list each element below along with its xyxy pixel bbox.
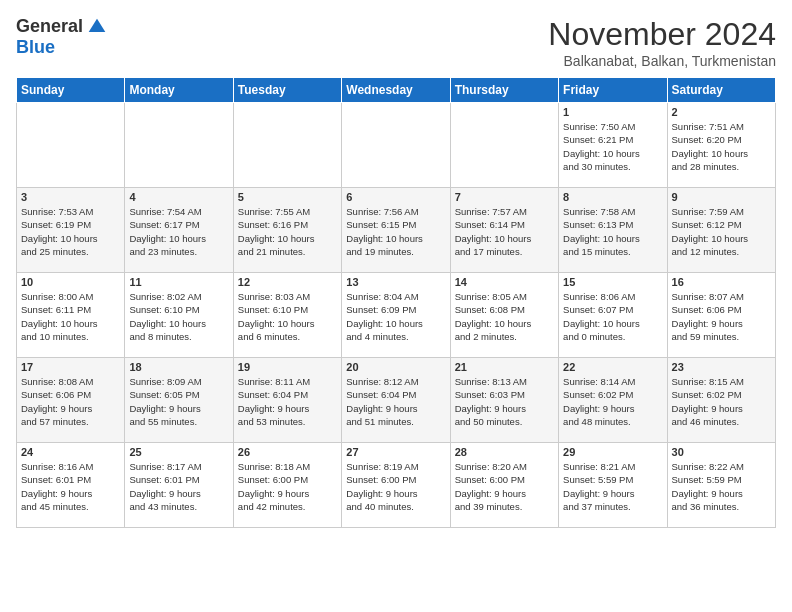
day-info: Sunrise: 8:04 AM Sunset: 6:09 PM Dayligh… [346, 290, 445, 343]
day-info: Sunrise: 8:03 AM Sunset: 6:10 PM Dayligh… [238, 290, 337, 343]
calendar-cell: 1Sunrise: 7:50 AM Sunset: 6:21 PM Daylig… [559, 103, 667, 188]
day-info: Sunrise: 8:11 AM Sunset: 6:04 PM Dayligh… [238, 375, 337, 428]
calendar-cell: 28Sunrise: 8:20 AM Sunset: 6:00 PM Dayli… [450, 443, 558, 528]
calendar-cell: 10Sunrise: 8:00 AM Sunset: 6:11 PM Dayli… [17, 273, 125, 358]
calendar-cell: 19Sunrise: 8:11 AM Sunset: 6:04 PM Dayli… [233, 358, 341, 443]
calendar-cell: 16Sunrise: 8:07 AM Sunset: 6:06 PM Dayli… [667, 273, 775, 358]
calendar-cell: 23Sunrise: 8:15 AM Sunset: 6:02 PM Dayli… [667, 358, 775, 443]
day-number: 24 [21, 446, 120, 458]
calendar-cell: 20Sunrise: 8:12 AM Sunset: 6:04 PM Dayli… [342, 358, 450, 443]
day-number: 20 [346, 361, 445, 373]
calendar-cell: 24Sunrise: 8:16 AM Sunset: 6:01 PM Dayli… [17, 443, 125, 528]
day-number: 14 [455, 276, 554, 288]
day-number: 2 [672, 106, 771, 118]
day-info: Sunrise: 7:50 AM Sunset: 6:21 PM Dayligh… [563, 120, 662, 173]
day-info: Sunrise: 8:06 AM Sunset: 6:07 PM Dayligh… [563, 290, 662, 343]
calendar-cell: 11Sunrise: 8:02 AM Sunset: 6:10 PM Dayli… [125, 273, 233, 358]
day-info: Sunrise: 8:07 AM Sunset: 6:06 PM Dayligh… [672, 290, 771, 343]
day-number: 11 [129, 276, 228, 288]
day-info: Sunrise: 8:22 AM Sunset: 5:59 PM Dayligh… [672, 460, 771, 513]
weekday-header-row: SundayMondayTuesdayWednesdayThursdayFrid… [17, 78, 776, 103]
day-number: 8 [563, 191, 662, 203]
day-number: 23 [672, 361, 771, 373]
month-title: November 2024 [548, 16, 776, 53]
day-number: 25 [129, 446, 228, 458]
day-number: 3 [21, 191, 120, 203]
day-info: Sunrise: 8:00 AM Sunset: 6:11 PM Dayligh… [21, 290, 120, 343]
day-number: 6 [346, 191, 445, 203]
calendar-cell: 7Sunrise: 7:57 AM Sunset: 6:14 PM Daylig… [450, 188, 558, 273]
day-number: 16 [672, 276, 771, 288]
weekday-header-friday: Friday [559, 78, 667, 103]
logo-general-text: General [16, 16, 83, 37]
weekday-header-saturday: Saturday [667, 78, 775, 103]
calendar-week-row: 10Sunrise: 8:00 AM Sunset: 6:11 PM Dayli… [17, 273, 776, 358]
calendar-week-row: 1Sunrise: 7:50 AM Sunset: 6:21 PM Daylig… [17, 103, 776, 188]
calendar-cell: 8Sunrise: 7:58 AM Sunset: 6:13 PM Daylig… [559, 188, 667, 273]
calendar-cell [233, 103, 341, 188]
calendar-cell: 14Sunrise: 8:05 AM Sunset: 6:08 PM Dayli… [450, 273, 558, 358]
logo: General Blue [16, 16, 107, 58]
title-area: November 2024 Balkanabat, Balkan, Turkme… [548, 16, 776, 69]
day-info: Sunrise: 7:54 AM Sunset: 6:17 PM Dayligh… [129, 205, 228, 258]
day-info: Sunrise: 8:02 AM Sunset: 6:10 PM Dayligh… [129, 290, 228, 343]
day-number: 17 [21, 361, 120, 373]
day-info: Sunrise: 7:57 AM Sunset: 6:14 PM Dayligh… [455, 205, 554, 258]
calendar-cell: 4Sunrise: 7:54 AM Sunset: 6:17 PM Daylig… [125, 188, 233, 273]
day-info: Sunrise: 7:51 AM Sunset: 6:20 PM Dayligh… [672, 120, 771, 173]
day-number: 13 [346, 276, 445, 288]
day-number: 12 [238, 276, 337, 288]
calendar-cell [342, 103, 450, 188]
day-number: 19 [238, 361, 337, 373]
weekday-header-monday: Monday [125, 78, 233, 103]
calendar-week-row: 3Sunrise: 7:53 AM Sunset: 6:19 PM Daylig… [17, 188, 776, 273]
day-number: 28 [455, 446, 554, 458]
calendar-week-row: 24Sunrise: 8:16 AM Sunset: 6:01 PM Dayli… [17, 443, 776, 528]
calendar-cell: 21Sunrise: 8:13 AM Sunset: 6:03 PM Dayli… [450, 358, 558, 443]
calendar-cell: 30Sunrise: 8:22 AM Sunset: 5:59 PM Dayli… [667, 443, 775, 528]
day-info: Sunrise: 8:09 AM Sunset: 6:05 PM Dayligh… [129, 375, 228, 428]
day-info: Sunrise: 8:05 AM Sunset: 6:08 PM Dayligh… [455, 290, 554, 343]
day-number: 27 [346, 446, 445, 458]
day-info: Sunrise: 8:12 AM Sunset: 6:04 PM Dayligh… [346, 375, 445, 428]
calendar-cell: 25Sunrise: 8:17 AM Sunset: 6:01 PM Dayli… [125, 443, 233, 528]
calendar-cell [125, 103, 233, 188]
day-number: 10 [21, 276, 120, 288]
day-info: Sunrise: 8:18 AM Sunset: 6:00 PM Dayligh… [238, 460, 337, 513]
day-info: Sunrise: 8:20 AM Sunset: 6:00 PM Dayligh… [455, 460, 554, 513]
day-info: Sunrise: 8:15 AM Sunset: 6:02 PM Dayligh… [672, 375, 771, 428]
calendar-body: 1Sunrise: 7:50 AM Sunset: 6:21 PM Daylig… [17, 103, 776, 528]
weekday-header-tuesday: Tuesday [233, 78, 341, 103]
day-number: 7 [455, 191, 554, 203]
day-info: Sunrise: 8:19 AM Sunset: 6:00 PM Dayligh… [346, 460, 445, 513]
day-info: Sunrise: 7:59 AM Sunset: 6:12 PM Dayligh… [672, 205, 771, 258]
logo-icon [87, 17, 107, 37]
weekday-header-sunday: Sunday [17, 78, 125, 103]
day-number: 4 [129, 191, 228, 203]
calendar-week-row: 17Sunrise: 8:08 AM Sunset: 6:06 PM Dayli… [17, 358, 776, 443]
calendar-cell: 12Sunrise: 8:03 AM Sunset: 6:10 PM Dayli… [233, 273, 341, 358]
calendar-cell [17, 103, 125, 188]
day-info: Sunrise: 7:55 AM Sunset: 6:16 PM Dayligh… [238, 205, 337, 258]
day-info: Sunrise: 8:14 AM Sunset: 6:02 PM Dayligh… [563, 375, 662, 428]
calendar-cell: 2Sunrise: 7:51 AM Sunset: 6:20 PM Daylig… [667, 103, 775, 188]
logo-blue-text: Blue [16, 37, 55, 58]
day-info: Sunrise: 7:53 AM Sunset: 6:19 PM Dayligh… [21, 205, 120, 258]
day-number: 22 [563, 361, 662, 373]
calendar-cell: 3Sunrise: 7:53 AM Sunset: 6:19 PM Daylig… [17, 188, 125, 273]
day-number: 30 [672, 446, 771, 458]
location-subtitle: Balkanabat, Balkan, Turkmenistan [548, 53, 776, 69]
day-info: Sunrise: 8:13 AM Sunset: 6:03 PM Dayligh… [455, 375, 554, 428]
calendar-cell: 17Sunrise: 8:08 AM Sunset: 6:06 PM Dayli… [17, 358, 125, 443]
calendar-cell: 6Sunrise: 7:56 AM Sunset: 6:15 PM Daylig… [342, 188, 450, 273]
calendar-cell [450, 103, 558, 188]
day-info: Sunrise: 7:56 AM Sunset: 6:15 PM Dayligh… [346, 205, 445, 258]
day-number: 15 [563, 276, 662, 288]
day-number: 18 [129, 361, 228, 373]
day-info: Sunrise: 8:08 AM Sunset: 6:06 PM Dayligh… [21, 375, 120, 428]
day-number: 26 [238, 446, 337, 458]
calendar-table: SundayMondayTuesdayWednesdayThursdayFrid… [16, 77, 776, 528]
day-number: 5 [238, 191, 337, 203]
calendar-cell: 26Sunrise: 8:18 AM Sunset: 6:00 PM Dayli… [233, 443, 341, 528]
day-info: Sunrise: 7:58 AM Sunset: 6:13 PM Dayligh… [563, 205, 662, 258]
